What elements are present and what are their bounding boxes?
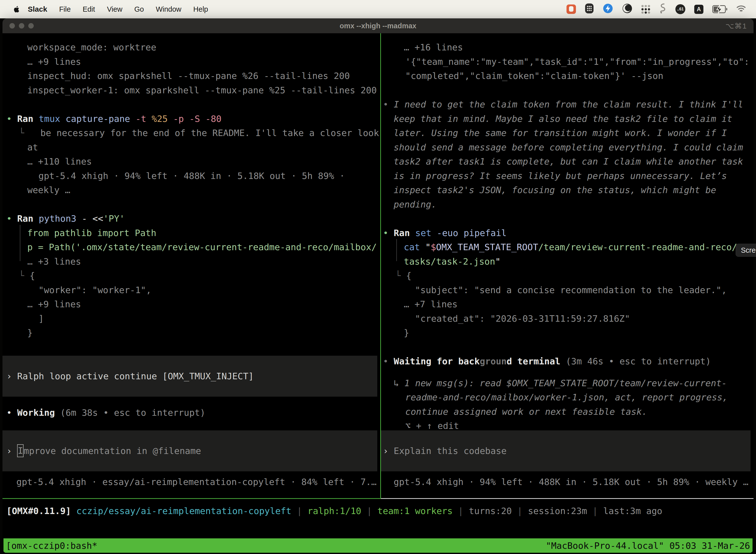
zoom-button[interactable] (28, 23, 34, 29)
terminal-line: └ { (381, 269, 754, 283)
menu-item-window[interactable]: Window (150, 5, 187, 13)
right-terminal-pane[interactable]: … +16 lines'{"team_name":"my-team","task… (381, 33, 754, 498)
terminal-line: inspect_worker-1: omx sparkshell --tmux-… (2, 83, 380, 98)
terminal-line: } (2, 326, 380, 340)
text-segment: OMX_TEAM_STATE_ROOT (436, 242, 538, 252)
text-segment: '{"team_name":"my-team","task_id":"1","f… (405, 57, 749, 67)
text-segment: %25 (151, 114, 173, 124)
apple-menu-icon[interactable] (13, 6, 20, 13)
terminal-line: readme-and-reco/mailbox/worker-1.json, a… (381, 390, 754, 404)
crescent-app-icon[interactable] (622, 3, 632, 15)
text-segment: " (425, 242, 431, 252)
window-title: omx --xhigh --madmax (2, 22, 754, 30)
terminal-line: tasks/task-2.json" (381, 255, 754, 269)
menu-bar: Slack FileEditViewGoWindowHelp (0, 0, 756, 18)
minimize-button[interactable] (19, 23, 24, 29)
text-segment: tasks/task-2.json (404, 257, 495, 267)
text-segment: " (495, 257, 501, 267)
right-prompt-input[interactable]: › Explain this codebase (381, 430, 751, 472)
text-segment: Ran (17, 114, 39, 124)
tmux-panes: workspace_mode: worktree… +9 linesinspec… (2, 33, 754, 498)
text-segment: Ran (17, 214, 39, 224)
hud-segment: | (453, 506, 469, 516)
wifi-icon[interactable] (736, 5, 746, 14)
text-segment: "created_at": "2026-03-31T11:59:27.816Z" (415, 314, 630, 324)
terminal-line: later. Using the same for transition mig… (381, 126, 754, 140)
close-button[interactable] (9, 23, 15, 29)
text-segment: └ (19, 271, 29, 281)
terminal-line: ] (2, 312, 380, 326)
hud-segment: last:3m ago (603, 506, 662, 516)
passcode-grid-icon[interactable] (585, 3, 594, 15)
blank-line (381, 83, 754, 98)
hud-segment: | (587, 506, 603, 516)
menu-bar-status-icons: ..61 A (567, 3, 756, 16)
text-segment: keep that in mind. Maybe I also need the… (394, 114, 732, 124)
text-segment: • (383, 228, 394, 238)
text-segment: I need to get the claim token from the c… (394, 99, 743, 109)
input-placeholder-text: mprove documentation in @filename (23, 446, 201, 456)
text-segment: p = Path('.omx/state/team/review-current… (27, 242, 377, 252)
text-segment: $ (431, 242, 436, 252)
tmux-host-clock: "MacBook-Pro-44.local" 05:03 31-Mar-26 (546, 541, 750, 551)
terminal-line: "created_at": "2026-03-31T11:59:27.816Z" (381, 312, 754, 326)
squiggle-icon[interactable] (659, 3, 667, 16)
text-segment: later. Using the same for transition mig… (394, 128, 727, 138)
terminal-line: … +9 lines (2, 55, 380, 69)
tab-shortcut-hint: ⌥⌘1 (726, 21, 747, 30)
text-cursor: I (17, 444, 23, 457)
text-segment: task2 after task1 is complete, but can I… (394, 156, 743, 167)
menu-item-view[interactable]: View (101, 5, 128, 13)
timer-badge[interactable]: ..61 (675, 4, 685, 14)
terminal-line: └ { (2, 269, 380, 283)
text-segment: Ralph loop active continue [OMX_TMUX_INJ… (17, 371, 254, 381)
terminal-line: inspect_hud: omx sparkshell --tmux-pane … (2, 69, 380, 83)
text-segment: weekly … (27, 185, 70, 195)
hud-segment: ralph:1/10 (308, 506, 361, 516)
text-segment: -t (135, 114, 151, 124)
text-segment: -p -S -80 (173, 114, 222, 124)
menu-item-edit[interactable]: Edit (77, 5, 101, 13)
text-segment: › (6, 371, 17, 381)
text-segment: • (383, 356, 394, 366)
screen-overlay-tooltip: Scre (736, 244, 756, 257)
left-pane-scrollback: workspace_mode: worktree… +9 linesinspec… (2, 33, 380, 429)
text-segment: inspect_worker-1: omx sparkshell --tmux-… (27, 85, 377, 95)
desktop: { "menu_bar": { "app_name": "Slack", "it… (0, 0, 756, 554)
text-segment: capture-pane (65, 114, 135, 124)
dots-grid-icon[interactable] (641, 5, 650, 14)
left-session-status: gpt-5.4 xhigh · essay/ai-reimplementatio… (2, 473, 380, 498)
left-prompt-input[interactable]: › Improve documentation in @filename (2, 430, 377, 472)
battery-charging-icon[interactable] (712, 5, 727, 13)
menu-item-help[interactable]: Help (187, 5, 214, 13)
menu-item-go[interactable]: Go (128, 5, 150, 13)
text-segment: readme-and-reco/mailbox/worker-1.json, a… (405, 392, 728, 402)
input-placeholder-text: Explain this codebase (394, 446, 506, 456)
text-segment: at (27, 142, 38, 152)
terminal-line: keep that in mind. Maybe I also need the… (381, 112, 754, 126)
terminal-line: • Waiting for background terminal (3m 46… (381, 354, 754, 369)
text-segment: Waiting for back (394, 356, 480, 366)
blank-line (381, 340, 754, 354)
recording-indicator-icon[interactable] (567, 4, 576, 14)
text-segment: └ (19, 128, 24, 138)
hud-segment: [OMX#0.11.9] (6, 506, 76, 516)
terminal-line: ⌥ + ↑ edit (381, 419, 754, 429)
text-segment: - (82, 214, 92, 224)
terminal-line: } (381, 326, 754, 340)
terminal-line: ↳ 1 new msg(s): read $OMX_TEAM_STATE_ROO… (381, 376, 754, 390)
left-terminal-pane[interactable]: workspace_mode: worktree… +9 linesinspec… (2, 33, 380, 498)
text-segment: gpt-5.4 xhigh · 94% left · 488K in · 5.1… (39, 171, 345, 181)
terminal-line: • Working (6m 38s • esc to interrupt) (2, 405, 380, 420)
blank-line (2, 197, 380, 212)
text-segment: Working (17, 407, 60, 418)
hud-segment: | (512, 506, 528, 516)
terminal-line: … +110 lines (2, 154, 380, 169)
bolt-app-icon[interactable] (603, 3, 613, 15)
menu-item-file[interactable]: File (53, 5, 77, 13)
text-segment: -euo pipefail (437, 228, 507, 238)
text-segment: Ran (394, 228, 415, 238)
keyboard-layout-icon[interactable]: A (694, 5, 703, 14)
menu-item-app[interactable]: Slack (22, 5, 53, 13)
terminal-line: • Ran set -euo pipefail (381, 226, 754, 240)
